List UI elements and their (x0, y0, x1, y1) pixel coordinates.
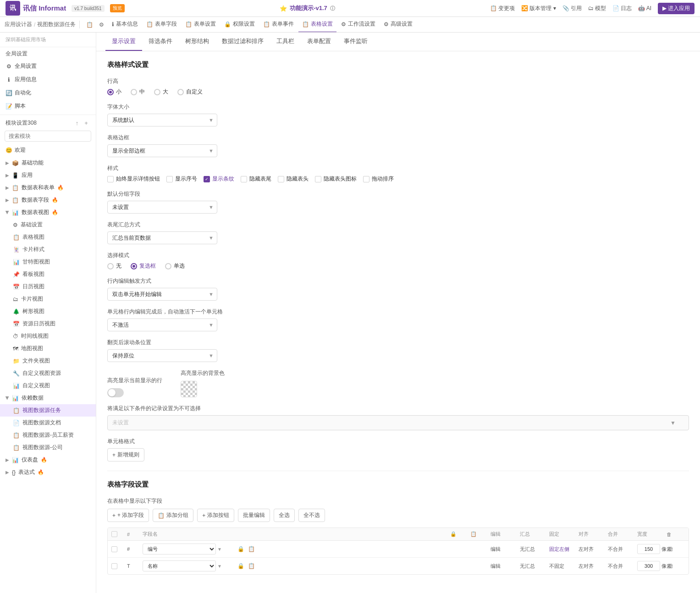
sub-tab-toolbar[interactable]: 工具栏 (270, 33, 301, 51)
sidebar-item-automation[interactable]: 🔄 自动化 (0, 86, 96, 99)
cb-show-index[interactable]: 显示序号 (166, 175, 197, 183)
second-nav-permissions[interactable]: 🔒权限设置 (220, 17, 259, 33)
nav-change-item[interactable]: 📋变更项 (490, 5, 515, 12)
row-height-medium[interactable]: 中 (131, 88, 145, 96)
module-group-table-views-header[interactable]: ▶ 📊 数据表视图 🔥 (0, 206, 96, 219)
module-group-app-header[interactable]: ▶ 📱 应用 (0, 169, 96, 181)
module-action-up[interactable]: ↑ (73, 119, 81, 127)
font-size-select[interactable]: 系统默认 12px 13px 14px (107, 114, 217, 126)
sub-tab-filter-cond[interactable]: 筛选条件 (142, 33, 179, 51)
sub-tab-form-config[interactable]: 表单配置 (301, 33, 337, 51)
highlight-toggle[interactable] (107, 388, 124, 397)
child-table-view[interactable]: 📋表格视图 (0, 231, 96, 243)
child-basic-settings[interactable]: ⚙基础设置 (0, 219, 96, 231)
cb-hide-header-icon[interactable]: 隐藏表头图标 (315, 175, 357, 183)
sub-tab-tree-struct[interactable]: 树形结构 (179, 33, 215, 51)
scroll-pos-select[interactable]: 保持原位 回到顶部 (107, 349, 217, 362)
nav-reference-item[interactable]: 📎引用 (562, 5, 582, 12)
second-nav-basic-info[interactable]: ℹ基本信息 (108, 17, 142, 33)
module-group-table-fields-header[interactable]: ▶ 📋 数据表字段 🔥 (0, 194, 96, 206)
second-nav-form-events[interactable]: 📋表单事件 (259, 17, 298, 33)
cb-hide-footer[interactable]: 隐藏表尾 (241, 175, 271, 183)
row2-check[interactable] (111, 563, 117, 569)
row1-width-input[interactable] (637, 544, 660, 554)
module-action-add[interactable]: + (82, 119, 90, 127)
module-group-dashboard-header[interactable]: ▶ 📊 仪表盘 🔥 (0, 454, 96, 466)
header-check-box[interactable] (111, 531, 117, 537)
auto-next-select[interactable]: 不激活 激活 (107, 318, 217, 331)
inline-edit-select[interactable]: 双击单元格开始编辑 单击单元格开始编辑 (107, 288, 217, 301)
cb-drag-sort[interactable]: 拖动排序 (363, 175, 394, 183)
search-input[interactable] (5, 131, 91, 142)
enter-app-item[interactable]: ▶进入应用 (658, 3, 694, 14)
selection-checkbox[interactable]: 复选框 (131, 262, 156, 270)
child-folder-view[interactable]: 📁文件夹视图 (0, 355, 96, 367)
module-group-basic-header[interactable]: ▶ 📦 基础功能 (0, 157, 96, 169)
cb-always-detail[interactable]: 始终显示详情按钮 (107, 175, 160, 183)
row2-field-select[interactable]: 名称 (143, 560, 216, 571)
sub-tab-event-listen[interactable]: 事件监听 (337, 33, 374, 51)
selection-none[interactable]: 无 (107, 262, 121, 270)
sidebar-item-app-info[interactable]: ℹ 应用信息 (0, 73, 96, 86)
nav-version-item[interactable]: 🔀版本管理 ▾ (521, 5, 556, 12)
nav-model-item[interactable]: 🗂模型 (588, 5, 606, 12)
child-card-style[interactable]: 🃏卡片样式 (0, 243, 96, 256)
module-group-data-forms-header[interactable]: ▶ 📋 数据表和表单 🔥 (0, 181, 96, 194)
second-nav-form-fields[interactable]: 📋表单字段 (143, 17, 181, 33)
child-kanban[interactable]: 📌看板视图 (0, 268, 96, 280)
sub-tab-data-filter[interactable]: 数据过滤和排序 (215, 33, 270, 51)
second-nav-advanced[interactable]: ⚙高级设置 (380, 17, 416, 33)
sidebar-item-global-settings[interactable]: ⚙ 全局设置 (0, 60, 96, 73)
child-tree-view[interactable]: 🌲树形视图 (0, 305, 96, 318)
row1-field-select[interactable]: 编号 (143, 544, 216, 555)
row-height-custom[interactable]: 自定义 (177, 88, 203, 96)
child-card-view[interactable]: 🗂卡片视图 (0, 293, 96, 305)
cb-show-stripe[interactable]: ✓ 显示条纹 (204, 175, 234, 183)
row2-delete-icon[interactable]: 🗑 (667, 561, 676, 571)
add-field-btn[interactable]: + + 添加字段 (107, 509, 149, 522)
module-group-expr-header[interactable]: ▶ {} 表达式 🔥 (0, 466, 96, 478)
row1-check[interactable] (111, 546, 117, 552)
sub-tab-display[interactable]: 显示设置 (105, 33, 142, 51)
child-data-source-doc[interactable]: 📄视图数据源文档 (0, 417, 96, 429)
add-button-btn[interactable]: + 添加按钮 (197, 509, 234, 522)
row2-lock-icon[interactable]: 🔒 (236, 561, 245, 571)
cb-hide-header[interactable]: 隐藏表头 (278, 175, 309, 183)
copy-icon-btn[interactable]: 📋 (84, 20, 94, 30)
child-custom-view-res[interactable]: 🔧自定义视图资源 (0, 367, 96, 379)
child-calendar[interactable]: 📅日历视图 (0, 280, 96, 293)
second-nav-form-settings[interactable]: 📋表单设置 (182, 17, 220, 33)
child-gantt[interactable]: 📊甘特图视图 (0, 256, 96, 268)
help-icon[interactable]: ⓘ (330, 5, 335, 12)
nav-log-item[interactable]: 📄日志 (612, 5, 632, 12)
footer-summary-select[interactable]: 汇总当前页数据 汇总所有数据 (107, 231, 217, 244)
disabled-records-select[interactable]: 未设置 ▼ (107, 415, 689, 430)
add-rule-button[interactable]: + 新增规则 (107, 448, 144, 461)
row-height-large[interactable]: 大 (154, 88, 168, 96)
child-map-view[interactable]: 🗺地图视图 (0, 342, 96, 355)
unselect-all-btn[interactable]: 全不选 (298, 509, 325, 522)
child-resource-cal[interactable]: 📅资源日历视图 (0, 318, 96, 330)
default-group-select[interactable]: 未设置 (107, 201, 217, 214)
row1-copy-icon[interactable]: 📋 (247, 544, 256, 554)
row2-copy-icon[interactable]: 📋 (247, 561, 256, 571)
child-data-source-task[interactable]: 📋视图数据源任务 (0, 404, 96, 417)
module-group-deps-header[interactable]: ▶ 📊 依赖数据 (0, 392, 96, 404)
second-nav-workflow[interactable]: ⚙工作流设置 (337, 17, 379, 33)
add-group-btn[interactable]: 📋 添加分组 (153, 509, 193, 522)
row1-delete-icon[interactable]: 🗑 (667, 544, 676, 554)
table-border-select[interactable]: 显示全部边框 仅显示行边框 无边框 (107, 144, 217, 157)
settings-icon-btn[interactable]: ⚙ (96, 20, 106, 30)
select-all-btn[interactable]: 全选 (274, 509, 295, 522)
child-data-source-company[interactable]: 📋视图数据源-公司 (0, 441, 96, 454)
child-data-source-salary[interactable]: 📋视图数据源-员工薪资 (0, 429, 96, 441)
row1-lock-icon[interactable]: 🔒 (236, 544, 245, 554)
color-picker[interactable] (181, 381, 197, 397)
sidebar-item-script[interactable]: 📝 脚本 (0, 99, 96, 113)
row2-width-input[interactable] (637, 561, 660, 571)
nav-ai-item[interactable]: 🤖AI (638, 5, 651, 11)
child-custom-view[interactable]: 📊自定义视图 (0, 379, 96, 392)
second-nav-table-settings[interactable]: 📋表格设置 (298, 17, 336, 33)
row-height-small[interactable]: 小 (107, 88, 121, 96)
batch-edit-btn[interactable]: 批量编辑 (238, 509, 270, 522)
